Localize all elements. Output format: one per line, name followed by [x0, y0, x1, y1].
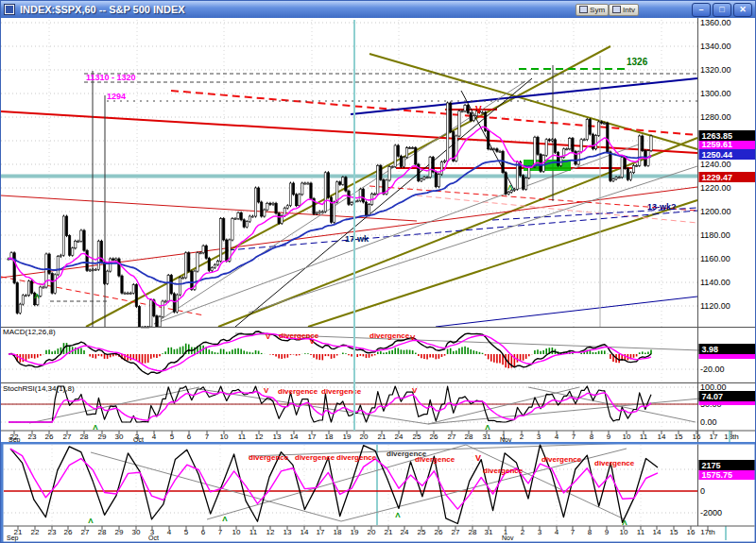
candle-body	[219, 219, 221, 262]
candle-body	[400, 156, 402, 166]
date-label: 2	[521, 528, 525, 536]
macd-signal-tag[interactable]	[699, 354, 756, 359]
candle-body	[405, 148, 407, 158]
candle-body	[545, 140, 547, 156]
axis-price-label: 1300.00	[700, 89, 731, 98]
date-label: 12	[255, 433, 264, 441]
candle-body	[600, 122, 602, 123]
intv-button[interactable]: Intv	[609, 4, 639, 16]
candle-body	[30, 281, 32, 294]
breadth-annotation: divergence	[415, 455, 455, 464]
candle-body	[156, 316, 158, 327]
candle-body	[162, 301, 163, 316]
candles	[8, 102, 652, 329]
candle-body	[373, 194, 375, 195]
candle-body	[208, 258, 210, 270]
date-label: 17	[308, 433, 317, 441]
date-label: 28	[469, 528, 477, 536]
candle-body	[251, 216, 253, 217]
candle-body	[51, 274, 53, 294]
date-label: 29	[98, 433, 107, 441]
macd-annotation: divergence	[369, 331, 410, 340]
candle-body	[345, 178, 347, 191]
candle-body	[365, 202, 367, 215]
date-label: 17th	[700, 528, 715, 536]
candle-body	[57, 257, 59, 275]
candle-body	[112, 259, 114, 260]
candle-body	[438, 175, 439, 187]
candle-body	[426, 178, 428, 178]
candle-body	[470, 113, 472, 121]
candle-body	[627, 168, 628, 179]
candle-body	[25, 296, 26, 297]
minimize-button[interactable]: –	[692, 3, 711, 17]
stoch-value-tag-value: 74.07	[702, 392, 724, 401]
macd-value-tag-value: 3.98	[702, 345, 719, 354]
candle-body	[164, 301, 166, 302]
candle-body	[16, 283, 18, 314]
stoch-signal-tag[interactable]	[699, 401, 756, 405]
price-panel: 11310 - 13201294132613-wk?17-wkVΛΛ	[1, 46, 697, 328]
axis-price-label: 1120.00	[700, 301, 730, 311]
candle-body	[65, 216, 67, 236]
candle-body	[54, 275, 56, 293]
stochrsi-panel: StochRSI(14,34(1),8)Vdivergencedivergenc…	[1, 384, 700, 432]
buy-caret: Λ	[507, 183, 513, 192]
date-label: 18	[334, 528, 342, 536]
date-label: 27	[81, 528, 90, 536]
axis-price-label: 1220.00	[700, 183, 731, 193]
date-label: 30	[115, 433, 124, 441]
date-label: 5	[170, 433, 175, 441]
candle-body	[650, 136, 652, 151]
candle-body	[106, 271, 108, 283]
candle-body	[211, 267, 213, 270]
candle-body	[339, 182, 341, 185]
sym-button[interactable]: Sym	[576, 4, 609, 16]
date-label: 16	[693, 433, 701, 441]
price-trendline	[86, 46, 610, 327]
buy-caret: Λ	[222, 515, 228, 523]
chart-canvas[interactable]: 11310 - 13201294132613-wk?17-wkVΛΛMACD(1…	[1, 1, 756, 543]
candle-body	[246, 222, 248, 228]
candle-body	[621, 158, 623, 178]
date-label: 11	[238, 433, 247, 441]
macd-axis-label: -20.00	[700, 365, 725, 374]
candle-body	[75, 241, 77, 248]
candle-body	[184, 253, 186, 278]
date-label: 4	[555, 433, 559, 441]
date-label: 2	[520, 433, 524, 441]
candle-body	[173, 294, 175, 312]
candle-body	[443, 161, 445, 161]
date-label: 3	[538, 528, 542, 536]
candle-body	[522, 176, 524, 189]
intv-button-icon	[612, 6, 621, 13]
date-label: 14	[653, 528, 662, 536]
candle-body	[464, 106, 466, 111]
candle-body	[298, 195, 300, 206]
close-button[interactable]: ✕	[733, 3, 752, 17]
candle-body	[615, 178, 617, 179]
date-label: 17	[710, 433, 718, 441]
date-label: 13	[273, 433, 282, 441]
candle-body	[589, 120, 591, 135]
candle-body	[159, 316, 161, 327]
maximize-button[interactable]: □	[713, 3, 731, 17]
date-label: 4	[152, 433, 157, 441]
candle-body	[222, 219, 224, 241]
candle-body	[301, 183, 303, 195]
candle-body	[176, 295, 178, 312]
date-label: 25	[418, 528, 426, 536]
candle-body	[232, 219, 233, 241]
title-bar[interactable]: INDEX:$SPX,60 -- S&P 500 INDEX Sym Intv …	[1, 1, 755, 18]
candle-body	[129, 293, 131, 294]
candle-body	[440, 162, 442, 175]
candle-body	[237, 212, 239, 218]
bottom-window-border	[1, 442, 4, 543]
price-tag-2-value: 1250.44	[702, 150, 733, 160]
stoch-annotation: divergence	[321, 387, 362, 396]
candle-body	[624, 158, 626, 169]
candle-body	[458, 111, 460, 136]
candle-body	[264, 210, 266, 216]
date-label: 8	[590, 433, 594, 441]
candle-body	[272, 203, 274, 204]
